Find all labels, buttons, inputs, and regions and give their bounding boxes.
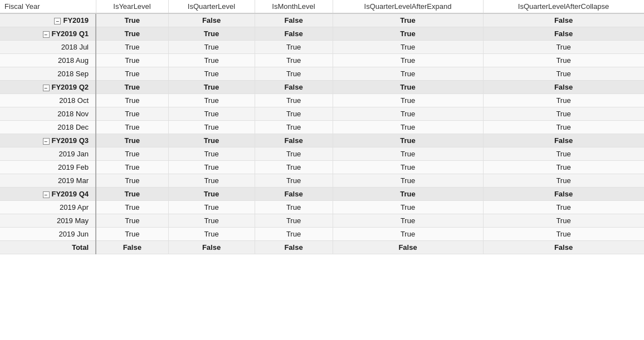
fiscal-year-label: 2018 Dec — [0, 121, 96, 134]
cell-value: True — [333, 27, 483, 41]
row-label: 2018 Nov — [57, 110, 89, 118]
cell-value: False — [168, 13, 255, 27]
cell-value: True — [96, 228, 168, 241]
row-label: 2019 Apr — [60, 203, 89, 211]
cell-value: False — [483, 134, 644, 147]
cell-value: True — [255, 201, 333, 214]
cell-value: True — [255, 147, 333, 161]
row-label: 2018 Oct — [59, 96, 89, 105]
cell-value: True — [333, 214, 483, 228]
cell-value: False — [483, 241, 644, 254]
cell-value: True — [255, 41, 333, 54]
fiscal-year-label: 2019 Jan — [0, 147, 96, 161]
table-row: 2018 OctTrueTrueTrueTrueTrue — [0, 94, 644, 107]
cell-value: True — [168, 107, 255, 121]
fiscal-year-label: 2018 Sep — [0, 67, 96, 81]
cell-value: True — [168, 214, 255, 228]
fiscal-year-label: 2018 Oct — [0, 94, 96, 107]
cell-value: True — [96, 41, 168, 54]
cell-value: False — [168, 241, 255, 254]
cell-value: True — [333, 201, 483, 214]
expand-collapse-icon[interactable]: − — [43, 85, 50, 91]
table-row: 2019 MarTrueTrueTrueTrueTrue — [0, 174, 644, 188]
cell-value: True — [255, 174, 333, 188]
fiscal-year-label: 2019 Mar — [0, 174, 96, 188]
cell-value: True — [483, 121, 644, 134]
cell-value: True — [333, 134, 483, 147]
cell-value: True — [96, 147, 168, 161]
fiscal-year-label: −FY2019 Q2 — [0, 81, 96, 94]
table-row: 2019 FebTrueTrueTrueTrueTrue — [0, 161, 644, 174]
fiscal-year-label: −FY2019 Q3 — [0, 134, 96, 147]
cell-value: True — [96, 134, 168, 147]
cell-value: True — [333, 121, 483, 134]
cell-value: True — [168, 228, 255, 241]
table-row: −FY2019TrueFalseFalseTrueFalse — [0, 13, 644, 27]
header-is-quarter-level: IsQuarterLevel — [168, 0, 255, 13]
cell-value: True — [96, 67, 168, 81]
cell-value: False — [255, 13, 333, 27]
cell-value: True — [168, 54, 255, 67]
cell-value: True — [255, 107, 333, 121]
fiscal-year-label: 2019 May — [0, 214, 96, 228]
cell-value: False — [255, 27, 333, 41]
row-label: 2019 Mar — [58, 176, 89, 185]
cell-value: True — [96, 27, 168, 41]
cell-value: False — [96, 241, 168, 254]
cell-value: True — [333, 94, 483, 107]
cell-value: True — [168, 134, 255, 147]
row-label: FY2019 Q2 — [52, 83, 89, 91]
cell-value: True — [96, 161, 168, 174]
cell-value: True — [333, 174, 483, 188]
row-label: FY2019 — [63, 16, 89, 24]
cell-value: False — [483, 13, 644, 27]
table-row: 2018 SepTrueTrueTrueTrueTrue — [0, 67, 644, 81]
cell-value: True — [333, 161, 483, 174]
cell-value: False — [483, 81, 644, 94]
cell-value: True — [483, 107, 644, 121]
cell-value: True — [168, 41, 255, 54]
cell-value: True — [255, 67, 333, 81]
cell-value: True — [333, 228, 483, 241]
expand-collapse-icon[interactable]: − — [43, 191, 50, 198]
cell-value: False — [333, 241, 483, 254]
cell-value: True — [483, 174, 644, 188]
cell-value: True — [255, 161, 333, 174]
table-row: 2019 AprTrueTrueTrueTrueTrue — [0, 201, 644, 214]
expand-collapse-icon[interactable]: − — [43, 31, 50, 38]
cell-value: True — [168, 121, 255, 134]
expand-collapse-icon[interactable]: − — [54, 18, 61, 24]
fiscal-year-label: Total — [0, 241, 96, 254]
cell-value: True — [483, 228, 644, 241]
cell-value: True — [255, 54, 333, 67]
table-row: TotalFalseFalseFalseFalseFalse — [0, 241, 644, 254]
fiscal-year-label: −FY2019 — [0, 13, 96, 27]
table-row: −FY2019 Q1TrueTrueFalseTrueFalse — [0, 27, 644, 41]
fiscal-year-label: 2019 Feb — [0, 161, 96, 174]
cell-value: True — [333, 147, 483, 161]
table-row: 2018 NovTrueTrueTrueTrueTrue — [0, 107, 644, 121]
cell-value: True — [333, 41, 483, 54]
fiscal-year-table: Fiscal Year IsYearLevel IsQuarterLevel I… — [0, 0, 644, 254]
row-label: 2018 Jul — [61, 43, 89, 51]
cell-value: True — [255, 214, 333, 228]
header-is-quarter-after-expand: IsQuarterLevelAfterExpand — [333, 0, 483, 13]
row-label: FY2019 Q3 — [52, 136, 89, 145]
expand-collapse-icon[interactable]: − — [43, 138, 50, 145]
row-label: FY2019 Q1 — [52, 29, 89, 38]
cell-value: True — [483, 147, 644, 161]
cell-value: True — [333, 81, 483, 94]
row-label: 2019 Feb — [58, 163, 89, 171]
table-row: 2018 AugTrueTrueTrueTrueTrue — [0, 54, 644, 67]
cell-value: True — [168, 188, 255, 201]
cell-value: True — [333, 107, 483, 121]
row-label: Total — [72, 243, 89, 252]
cell-value: True — [168, 174, 255, 188]
table-row: 2019 JanTrueTrueTrueTrueTrue — [0, 147, 644, 161]
table-row: 2018 JulTrueTrueTrueTrueTrue — [0, 41, 644, 54]
table-row: −FY2019 Q4TrueTrueFalseTrueFalse — [0, 188, 644, 201]
cell-value: False — [483, 188, 644, 201]
cell-value: True — [333, 67, 483, 81]
header-row: Fiscal Year IsYearLevel IsQuarterLevel I… — [0, 0, 644, 13]
cell-value: True — [483, 214, 644, 228]
